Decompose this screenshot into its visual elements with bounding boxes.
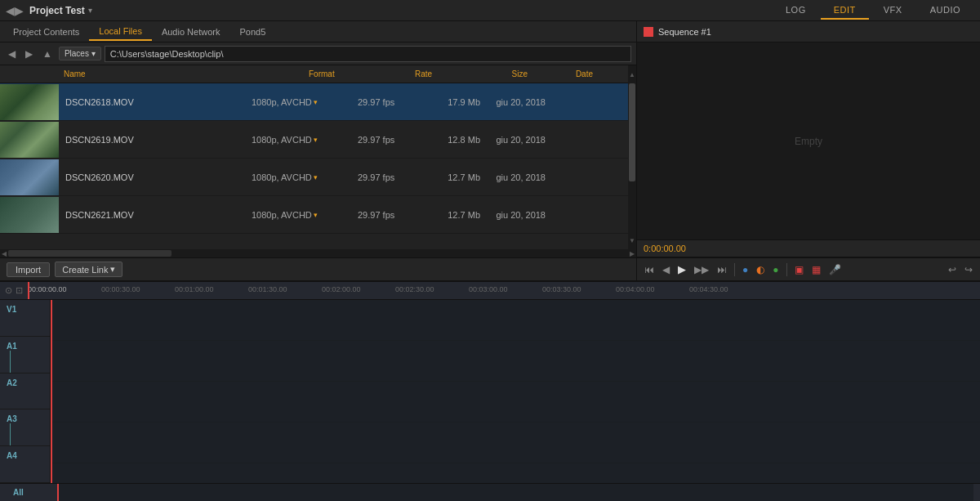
file-info: DSCN2621.MOV 1080p, AVCHD ▾ 29.97 fps 12…	[59, 196, 636, 233]
file-size: 12.8 Mb	[423, 135, 480, 145]
track-label-v1: V1	[0, 300, 50, 337]
file-format: 1080p, AVCHD ▾	[252, 210, 358, 220]
format-dropdown[interactable]: ▾	[314, 136, 318, 144]
track-audio-3[interactable]	[51, 423, 980, 463]
panel-tabs: Project Contents Local Files Audio Netwo…	[0, 21, 636, 42]
mark-in-button[interactable]: ▣	[792, 262, 806, 277]
nav-back-button[interactable]: ◀	[5, 47, 19, 61]
track-label-text: V1	[7, 305, 16, 314]
file-row[interactable]: DSCN2621.MOV 1080p, AVCHD ▾ 29.97 fps 12…	[0, 196, 636, 234]
timeline-body: V1 A1 A2 A3 A4	[0, 300, 980, 483]
file-thumbnail	[0, 84, 59, 120]
play-button[interactable]: ▶	[675, 262, 688, 277]
track-audio-1[interactable]	[51, 341, 980, 382]
file-row[interactable]: DSCN2618.MOV 1080p, AVCHD ▾ 29.97 fps 17…	[0, 83, 636, 121]
zoom-icon[interactable]: ⊙	[5, 285, 12, 296]
go-to-end-button[interactable]: ⏭	[715, 262, 729, 277]
tab-audio[interactable]: AUDIO	[917, 2, 973, 20]
track-audio-2[interactable]	[51, 382, 980, 423]
create-link-button[interactable]: Create Link ▾	[55, 262, 122, 277]
prev-frame-button[interactable]: ◀	[660, 262, 672, 277]
col-header-date: Date	[532, 68, 598, 80]
controls-separator-2	[786, 263, 787, 276]
track-label-text: A4	[7, 451, 17, 460]
file-size: 12.7 Mb	[423, 172, 480, 182]
nav-forward-button[interactable]: ▶	[22, 47, 36, 61]
audio-button[interactable]: ●	[740, 262, 751, 277]
file-rate: 29.97 fps	[358, 97, 423, 107]
file-name: DSCN2620.MOV	[65, 172, 252, 182]
app-icon[interactable]: ◀▶	[7, 2, 23, 19]
import-button[interactable]: Import	[7, 262, 50, 277]
monitor-button[interactable]: ●	[770, 262, 781, 277]
ruler-mark: 00:01:00.00	[175, 285, 214, 293]
go-to-start-button[interactable]: ⏮	[642, 262, 657, 277]
track-audio-4[interactable]	[51, 463, 980, 483]
format-dropdown[interactable]: ▾	[314, 98, 318, 106]
hscroll-thumb[interactable]	[8, 250, 172, 257]
ruler-icons: ⊙ ⊡	[0, 285, 28, 296]
sequence-controls: ⏮ ◀ ▶ ▶▶ ⏭ ● ◐ ● ▣ ▦ 🎤 ↩ ↪	[637, 257, 980, 280]
fit-icon[interactable]: ⊡	[16, 285, 23, 296]
tab-project-contents[interactable]: Project Contents	[3, 24, 89, 40]
file-rate: 29.97 fps	[358, 172, 423, 182]
project-dropdown-arrow[interactable]: ▾	[88, 6, 92, 15]
track-label-a3: A3	[0, 409, 50, 446]
ruler-mark: 00:01:30.00	[248, 285, 287, 293]
ruler-mark: 00:03:30.00	[542, 285, 581, 293]
waveform-button[interactable]: ◐	[754, 262, 767, 277]
empty-label: Empty	[795, 136, 822, 147]
timeline-tracks[interactable]	[51, 300, 980, 483]
track-label-text: A3	[7, 414, 17, 423]
format-dropdown[interactable]: ▾	[314, 173, 318, 181]
file-size: 17.9 Mb	[423, 97, 480, 107]
format-dropdown[interactable]: ▾	[314, 211, 318, 219]
redo-button[interactable]: ↪	[962, 262, 975, 277]
hscroll-right[interactable]: ▶	[628, 250, 636, 257]
nav-up-button[interactable]: ▲	[39, 47, 56, 61]
track-label-text: A1	[7, 342, 17, 351]
file-nav-bar: ◀ ▶ ▲ Places ▾	[0, 42, 636, 65]
tab-local-files[interactable]: Local Files	[89, 23, 152, 41]
file-format: 1080p, AVCHD ▾	[252, 135, 358, 145]
record-button[interactable]: 🎤	[826, 262, 844, 277]
next-frame-button[interactable]: ▶▶	[692, 262, 711, 277]
file-rate: 29.97 fps	[358, 210, 423, 220]
track-video-1[interactable]	[51, 300, 980, 341]
all-track-label: All	[13, 488, 24, 497]
right-panel: Sequence #1 Empty 0:00:00.00 ⏮ ◀ ▶ ▶▶ ⏭ …	[637, 21, 980, 280]
all-track-timeline[interactable]	[57, 484, 973, 501]
controls-separator	[734, 263, 735, 276]
scrollbar-thumb[interactable]	[629, 83, 635, 181]
timeline-playhead	[51, 300, 52, 483]
path-input[interactable]	[105, 46, 631, 62]
places-dropdown-button[interactable]: Places ▾	[59, 47, 101, 60]
all-label: All	[7, 488, 57, 497]
file-date: giu 20, 2018	[480, 172, 546, 182]
vertical-scrollbar[interactable]: ▲ ▼	[628, 65, 636, 249]
hscroll-left[interactable]: ◀	[0, 250, 8, 257]
ruler-mark: 00:04:30.00	[689, 285, 728, 293]
project-title: Project Test	[29, 5, 85, 16]
file-info: DSCN2618.MOV 1080p, AVCHD ▾ 29.97 fps 17…	[59, 83, 636, 120]
file-list-container: Name Format Rate Size Date DSCN2618.MOV …	[0, 65, 636, 249]
tab-pond5[interactable]: Pond5	[229, 24, 275, 40]
tab-vfx[interactable]: VFX	[871, 2, 915, 20]
tab-edit[interactable]: EDIT	[821, 2, 869, 20]
top-bar: ◀▶ Project Test ▾ LOG EDIT VFX AUDIO	[0, 0, 980, 21]
file-row[interactable]: DSCN2619.MOV 1080p, AVCHD ▾ 29.97 fps 12…	[0, 121, 636, 159]
main-layout: Project Contents Local Files Audio Netwo…	[0, 21, 980, 280]
file-info: DSCN2619.MOV 1080p, AVCHD ▾ 29.97 fps 12…	[59, 121, 636, 158]
file-rows: DSCN2618.MOV 1080p, AVCHD ▾ 29.97 fps 17…	[0, 83, 636, 249]
mark-out-button[interactable]: ▦	[809, 262, 823, 277]
tab-audio-network[interactable]: Audio Network	[152, 24, 230, 40]
left-panel: Project Contents Local Files Audio Netwo…	[0, 21, 637, 280]
col-header-name: Name	[59, 68, 304, 80]
sequence-icon	[644, 27, 653, 37]
hscroll-track[interactable]	[8, 250, 628, 257]
file-row[interactable]: DSCN2620.MOV 1080p, AVCHD ▾ 29.97 fps 12…	[0, 159, 636, 196]
file-thumbnail	[0, 197, 59, 233]
undo-button[interactable]: ↩	[946, 262, 959, 277]
horizontal-scrollbar[interactable]: ◀ ▶	[0, 249, 636, 257]
tab-log[interactable]: LOG	[773, 2, 819, 20]
